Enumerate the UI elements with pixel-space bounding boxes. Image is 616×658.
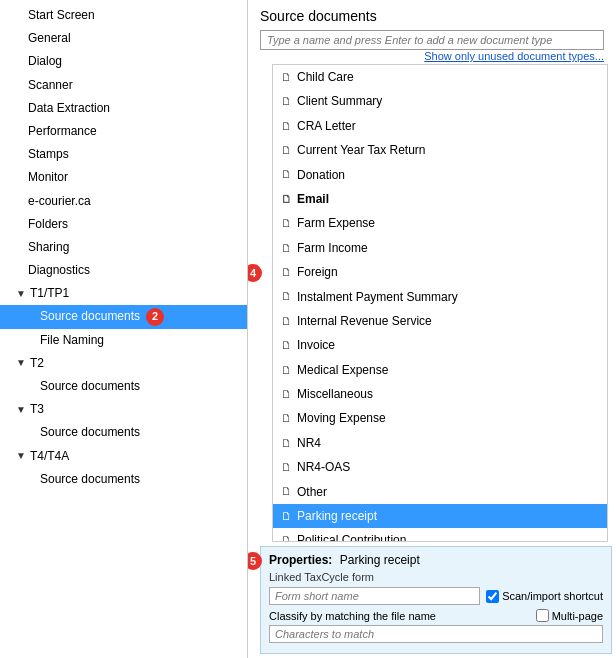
- linked-form-label: Linked TaxCycle form: [269, 571, 603, 583]
- document-icon: 🗋: [281, 117, 292, 136]
- sidebar-item-data-extraction[interactable]: Data Extraction: [0, 97, 247, 120]
- document-icon: 🗋: [281, 531, 292, 542]
- panel-header: Source documents: [248, 0, 616, 28]
- properties-title: Properties: Parking receipt: [269, 553, 603, 567]
- doc-item-farm-expense[interactable]: 🗋 Farm Expense: [273, 211, 607, 235]
- doc-item-medical[interactable]: 🗋 Medical Expense: [273, 358, 607, 382]
- sidebar-group-t2[interactable]: ▼ T2: [0, 352, 247, 375]
- doc-item-cra-letter[interactable]: 🗋 CRA Letter: [273, 114, 607, 138]
- sidebar-item-t2-source-documents[interactable]: Source documents: [0, 375, 247, 398]
- characters-row: [269, 625, 603, 643]
- search-input[interactable]: [261, 31, 603, 49]
- sidebar-item-ecourier[interactable]: e-courier.ca: [0, 190, 247, 213]
- sidebar-item-t1-source-documents[interactable]: Source documents 2: [0, 305, 247, 328]
- chevron-down-icon: ▼: [16, 286, 26, 302]
- sidebar-group-t3[interactable]: ▼ T3: [0, 398, 247, 421]
- document-icon: 🗋: [281, 385, 292, 404]
- sidebar-item-start-screen[interactable]: Start Screen: [0, 4, 247, 27]
- doc-item-other[interactable]: 🗋 Other: [273, 480, 607, 504]
- document-icon: 🗋: [281, 458, 292, 477]
- document-icon: 🗋: [281, 68, 292, 87]
- form-short-name-input[interactable]: [269, 587, 480, 605]
- chevron-down-icon: ▼: [16, 402, 26, 418]
- sidebar-item-performance[interactable]: Performance: [0, 120, 247, 143]
- doc-item-foreign[interactable]: 🗋 Foreign: [273, 260, 607, 284]
- form-short-name-row: Scan/import shortcut: [269, 587, 603, 605]
- document-list: 🗋 Child Care 🗋 Client Summary 🗋 CRA Lett…: [272, 64, 608, 542]
- sidebar-item-t4-source-documents[interactable]: Source documents: [0, 468, 247, 491]
- doc-item-invoice[interactable]: 🗋 Invoice: [273, 333, 607, 357]
- doc-item-irs[interactable]: 🗋 Internal Revenue Service: [273, 309, 607, 333]
- sidebar-item-stamps[interactable]: Stamps: [0, 143, 247, 166]
- document-icon: 🗋: [281, 312, 292, 331]
- sidebar-group-t1tp1[interactable]: ▼ T1/TP1: [0, 282, 247, 305]
- badge-5: 5: [248, 552, 262, 570]
- multipage-checkbox[interactable]: [536, 609, 549, 622]
- sidebar-item-sharing[interactable]: Sharing: [0, 236, 247, 259]
- doc-item-current-year[interactable]: 🗋 Current Year Tax Return: [273, 138, 607, 162]
- properties-panel: Properties: Parking receipt Linked TaxCy…: [260, 546, 612, 654]
- document-icon: 🗋: [281, 336, 292, 355]
- show-unused-link[interactable]: Show only unused document types...: [260, 50, 604, 62]
- chevron-down-icon: ▼: [16, 355, 26, 371]
- document-icon: 🗋: [281, 507, 292, 526]
- main-panel: Source documents Show only unused docume…: [248, 0, 616, 658]
- classify-row: Classify by matching the file name Multi…: [269, 609, 603, 622]
- document-icon: 🗋: [281, 190, 292, 209]
- document-icon: 🗋: [281, 239, 292, 258]
- doc-item-nr4[interactable]: 🗋 NR4: [273, 431, 607, 455]
- doc-item-childcare[interactable]: 🗋 Child Care: [273, 65, 607, 89]
- document-icon: 🗋: [281, 361, 292, 380]
- sidebar-item-file-naming[interactable]: File Naming: [0, 329, 247, 352]
- doc-item-misc[interactable]: 🗋 Miscellaneous: [273, 382, 607, 406]
- sidebar-item-folders[interactable]: Folders: [0, 213, 247, 236]
- sidebar-item-general[interactable]: General: [0, 27, 247, 50]
- doc-item-political[interactable]: 🗋 Political Contribution: [273, 528, 607, 542]
- doc-item-instalment[interactable]: 🗋 Instalment Payment Summary: [273, 285, 607, 309]
- document-icon: 🗋: [281, 482, 292, 501]
- doc-item-nr4oas[interactable]: 🗋 NR4-OAS: [273, 455, 607, 479]
- multipage-label: Multi-page: [536, 609, 603, 622]
- document-icon: 🗋: [281, 287, 292, 306]
- scan-import-checkbox[interactable]: [486, 590, 499, 603]
- characters-input[interactable]: [269, 625, 603, 643]
- sidebar-item-t3-source-documents[interactable]: Source documents: [0, 421, 247, 444]
- document-icon: 🗋: [281, 165, 292, 184]
- sidebar-item-scanner[interactable]: Scanner: [0, 74, 247, 97]
- document-icon: 🗋: [281, 434, 292, 453]
- doc-item-moving[interactable]: 🗋 Moving Expense: [273, 406, 607, 430]
- document-icon: 🗋: [281, 214, 292, 233]
- doc-item-email[interactable]: 🗋 Email: [273, 187, 607, 211]
- sidebar-item-dialog[interactable]: Dialog: [0, 50, 247, 73]
- sidebar-group-t4t4a[interactable]: ▼ T4/T4A: [0, 445, 247, 468]
- document-icon: 🗋: [281, 263, 292, 282]
- doc-item-parking[interactable]: 🗋 Parking receipt: [273, 504, 607, 528]
- scan-import-label: Scan/import shortcut: [486, 590, 603, 603]
- sidebar-item-monitor[interactable]: Monitor: [0, 166, 247, 189]
- doc-item-farm-income[interactable]: 🗋 Farm Income: [273, 236, 607, 260]
- sidebar-item-diagnostics[interactable]: Diagnostics: [0, 259, 247, 282]
- badge-2: 2: [146, 308, 164, 326]
- doc-item-client-summary[interactable]: 🗋 Client Summary: [273, 89, 607, 113]
- sidebar: Start Screen General Dialog Scanner Data…: [0, 0, 248, 658]
- document-icon: 🗋: [281, 92, 292, 111]
- chevron-down-icon: ▼: [16, 448, 26, 464]
- doc-item-donation[interactable]: 🗋 Donation: [273, 163, 607, 187]
- badge-4: 4: [248, 264, 262, 282]
- document-icon: 🗋: [281, 409, 292, 428]
- document-icon: 🗋: [281, 141, 292, 160]
